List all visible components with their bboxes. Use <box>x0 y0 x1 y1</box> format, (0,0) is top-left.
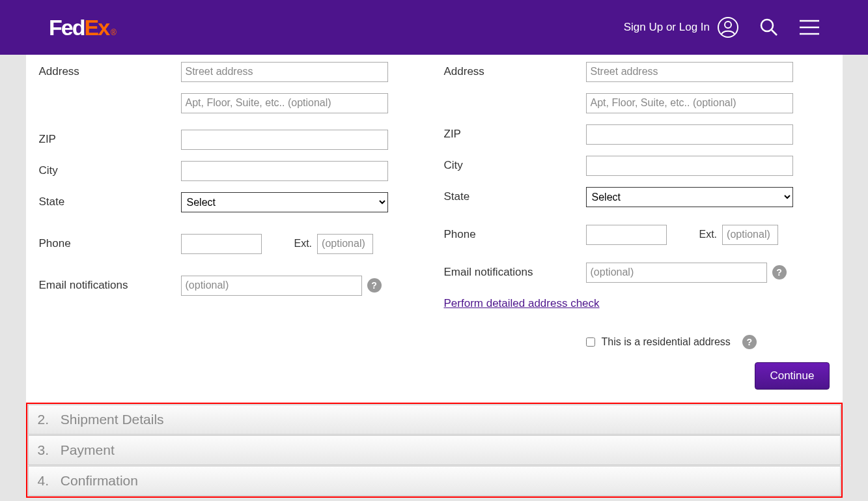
help-icon[interactable]: ? <box>772 265 787 279</box>
step-number: 4. <box>38 473 49 488</box>
to-zip-input[interactable] <box>586 124 793 145</box>
header: Fed Ex ® Sign Up or Log In <box>0 0 868 55</box>
signin-link[interactable]: Sign Up or Log In <box>624 17 738 38</box>
from-apt-input[interactable] <box>181 93 388 113</box>
help-icon[interactable]: ? <box>742 335 757 349</box>
svg-point-1 <box>725 21 731 28</box>
hamburger-icon <box>800 20 819 35</box>
step-label: Confirmation <box>61 473 138 488</box>
continue-button[interactable]: Continue <box>755 362 829 390</box>
to-state-select[interactable]: Select <box>586 187 793 207</box>
to-street-input[interactable] <box>586 62 793 82</box>
to-ext-input[interactable]: (optional) <box>722 225 778 245</box>
to-email-input[interactable] <box>586 263 767 283</box>
to-column: Address ZIP City State Select <box>444 60 830 349</box>
from-phone-input[interactable] <box>181 234 262 254</box>
search-icon <box>759 18 779 37</box>
from-phone-label: Phone <box>39 237 181 250</box>
to-address-label: Address <box>444 65 586 78</box>
logo-fed-text: Fed <box>49 15 84 40</box>
header-right: Sign Up or Log In <box>624 17 819 38</box>
to-zip-label: ZIP <box>444 128 586 141</box>
help-icon[interactable]: ? <box>367 278 382 293</box>
svg-point-2 <box>761 20 773 31</box>
to-city-label: City <box>444 159 586 172</box>
from-city-label: City <box>39 164 181 177</box>
to-phone-label: Phone <box>444 228 586 241</box>
to-state-label: State <box>444 190 586 203</box>
step-payment[interactable]: 3. Payment <box>28 435 841 465</box>
from-zip-input[interactable] <box>181 130 388 150</box>
step-label: Payment <box>61 442 115 457</box>
residential-label: This is a residential address <box>602 336 731 348</box>
user-icon <box>718 17 738 38</box>
steps-accordion: 2. Shipment Details 3. Payment 4. Confir… <box>26 403 843 498</box>
from-zip-label: ZIP <box>39 133 181 146</box>
from-city-input[interactable] <box>181 161 388 181</box>
step-shipment-details[interactable]: 2. Shipment Details <box>28 405 841 435</box>
signin-label: Sign Up or Log In <box>624 21 710 34</box>
to-apt-input[interactable] <box>586 93 793 113</box>
from-email-input[interactable] <box>181 276 362 296</box>
from-email-label: Email notifications <box>39 279 181 292</box>
step-number: 3. <box>38 442 49 457</box>
to-ext-label: Ext. <box>699 229 718 240</box>
logo-reg-mark: ® <box>111 28 117 37</box>
from-address-label: Address <box>39 65 181 78</box>
svg-line-3 <box>772 30 777 35</box>
address-check-link[interactable]: Perform detailed address check <box>444 297 600 310</box>
from-state-select[interactable]: Select <box>181 192 388 212</box>
main-form-panel: Address ZIP City State Select <box>26 55 843 403</box>
from-street-input[interactable] <box>181 62 388 82</box>
from-state-label: State <box>39 195 181 208</box>
to-city-input[interactable] <box>586 156 793 176</box>
search-button[interactable] <box>759 18 779 37</box>
fedex-logo[interactable]: Fed Ex ® <box>49 15 117 40</box>
step-label: Shipment Details <box>61 412 164 427</box>
from-ext-input[interactable]: (optional) <box>317 234 373 254</box>
residential-checkbox[interactable] <box>586 337 595 347</box>
to-email-label: Email notifications <box>444 266 586 279</box>
menu-button[interactable] <box>800 20 819 35</box>
step-number: 2. <box>38 412 49 427</box>
to-phone-input[interactable] <box>586 225 667 245</box>
from-column: Address ZIP City State Select <box>39 60 425 349</box>
residential-row: This is a residential address ? <box>586 335 830 349</box>
logo-ex-text: Ex <box>84 15 109 40</box>
from-ext-label: Ext. <box>294 238 313 250</box>
step-confirmation[interactable]: 4. Confirmation <box>28 466 841 496</box>
